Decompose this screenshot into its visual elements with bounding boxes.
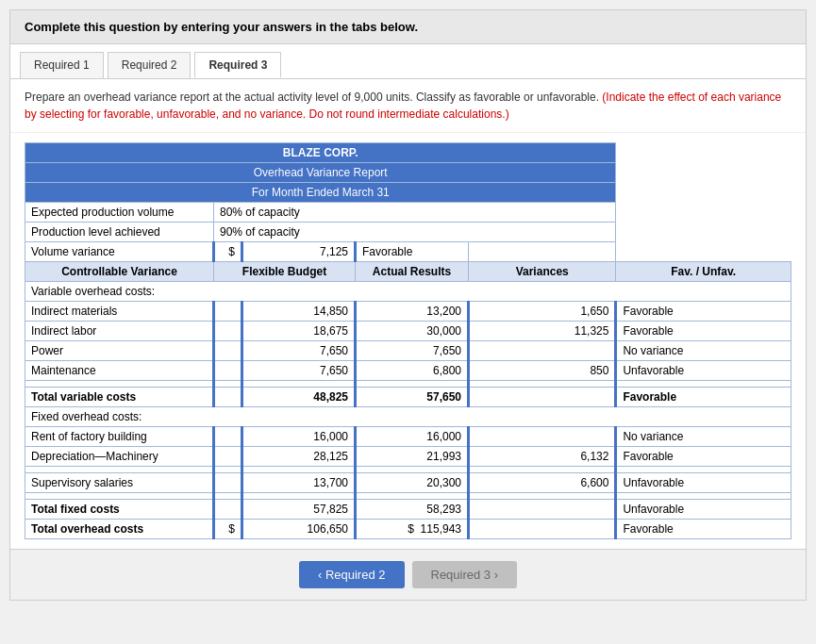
total-var-fb2: 48,825 [242,388,356,407]
report-title: Overhead Variance Report [25,163,616,183]
indirect-mat-fav: Favorable [616,302,791,322]
supervisory-label: Supervisory salaries [25,473,214,493]
total-overhead-dollar: $ [214,520,242,539]
power-row: Power 7,650 7,650 No variance [25,341,791,361]
expected-production-row: Expected production volume 80% of capaci… [25,203,791,223]
depreciation-fav: Favorable [616,447,791,467]
maintenance-fb2: 7,650 [242,361,356,381]
ctrl-var-label: Controllable Variance [25,262,214,282]
report-title-row: Overhead Variance Report [25,163,791,183]
total-var-ar: 57,650 [356,388,469,407]
empty-3-var [469,493,616,500]
rent-fb2: 16,000 [242,427,356,447]
instruction-text: Complete this question by entering your … [25,20,418,34]
indirect-labor-fb [214,322,242,341]
empty-row-2 [25,467,791,473]
power-fb [214,341,242,361]
empty-2-fb [214,467,242,473]
indirect-materials-row: Indirect materials 14,850 13,200 1,650 F… [25,302,791,322]
empty-2-label [25,467,214,473]
total-fixed-ar: 58,293 [356,500,469,520]
empty-2-var [469,467,616,473]
total-overhead-ar: $ 115,943 [356,520,469,539]
total-fixed-label: Total fixed costs [25,500,214,520]
maintenance-var: 850 [469,361,616,381]
power-fav: No variance [616,341,791,361]
empty-3-fb [214,493,242,500]
empty-1-fb [214,381,242,388]
indirect-labor-label: Indirect labor [25,322,214,341]
indirect-mat-var: 1,650 [469,302,616,322]
empty-2-fb2 [242,467,356,473]
vol-var-empty [469,242,616,262]
indirect-labor-row: Indirect labor 18,675 30,000 11,325 Favo… [25,322,791,341]
maintenance-ar: 6,800 [356,361,469,381]
empty-2-fav [616,467,791,473]
volume-variance-row: Volume variance $ 7,125 Favorable [25,242,791,262]
supervisory-row: Supervisory salaries 13,700 20,300 6,600… [25,473,791,493]
empty-3-fav [616,493,791,500]
total-variable-costs-row: Total variable costs 48,825 57,650 Favor… [25,388,791,407]
empty-3-fb2 [242,493,356,500]
supervisory-fav: Unfavorable [616,473,791,493]
total-overhead-row: Total overhead costs $ 106,650 $ 115,943… [25,520,791,539]
instruction-bar: Complete this question by entering your … [10,10,806,44]
depreciation-fb2: 28,125 [242,447,356,467]
tab-required1[interactable]: Required 1 [20,52,104,78]
tab-required2[interactable]: Required 2 [108,52,192,78]
rent-row: Rent of factory building 16,000 16,000 N… [25,427,791,447]
prod-achieved-value: 90% of capacity [214,223,616,242]
expected-prod-value: 80% of capacity [214,203,616,223]
variances-header: Variances [469,262,616,282]
depreciation-var: 6,132 [469,447,616,467]
power-ar: 7,650 [356,341,469,361]
tab-required3[interactable]: Required 3 [194,52,281,78]
empty-row-1 [25,381,791,388]
bottom-nav: ‹ Required 2 Required 3 › [10,549,806,600]
empty-1-fav [616,381,791,388]
empty-1-ar [356,381,469,388]
indirect-labor-fav: Favorable [616,322,791,341]
total-fixed-fb [214,500,242,520]
rent-ar: 16,000 [356,427,469,447]
depreciation-ar: 21,993 [356,447,469,467]
actual-results-header: Actual Results [356,262,469,282]
vol-var-amount: 7,125 [242,242,356,262]
depreciation-fb [214,447,242,467]
fixed-overhead-section: Fixed overhead costs: [25,407,791,427]
power-var [469,341,616,361]
depreciation-label: Depreciation—Machinery [25,447,214,467]
controllable-variance-headers: Controllable Variance Flexible Budget Ac… [25,262,791,282]
total-fixed-costs-row: Total fixed costs 57,825 58,293 Unfavora… [25,500,791,520]
total-fixed-fav: Unfavorable [616,500,791,520]
empty-2-ar [356,467,469,473]
total-fixed-fb2: 57,825 [242,500,356,520]
maintenance-fav: Unfavorable [616,361,791,381]
next-button[interactable]: Required 3 › [412,561,518,588]
rent-fav: No variance [616,427,791,447]
power-fb2: 7,650 [242,341,356,361]
rent-label: Rent of factory building [25,427,214,447]
empty-1-label [25,381,214,388]
rent-var [469,427,616,447]
total-var-fb [214,388,242,407]
vol-var-dollar: $ [214,242,242,262]
empty-3-label [25,493,214,500]
maintenance-row: Maintenance 7,650 6,800 850 Unfavorable [25,361,791,381]
supervisory-fb [214,473,242,493]
flex-budget-header: Flexible Budget [214,262,356,282]
prev-button[interactable]: ‹ Required 2 [299,561,405,588]
fav-unfav-header: Fav. / Unfav. [616,262,791,282]
report-subtitle: For Month Ended March 31 [25,183,616,203]
total-var-label: Total variable costs [25,388,214,407]
empty-row-3 [25,493,791,500]
indirect-mat-ar: 13,200 [356,302,469,322]
report-area: BLAZE CORP. Overhead Variance Report For… [10,133,806,549]
total-overhead-fb: 106,650 [242,520,356,539]
prod-achieved-label: Production level achieved [25,223,214,242]
description-main: Prepare an overhead variance report at t… [25,91,602,104]
rent-fb [214,427,242,447]
tabs-bar: Required 1 Required 2 Required 3 [10,44,806,79]
total-fixed-var [469,500,616,520]
company-name-row: BLAZE CORP. [25,143,791,163]
